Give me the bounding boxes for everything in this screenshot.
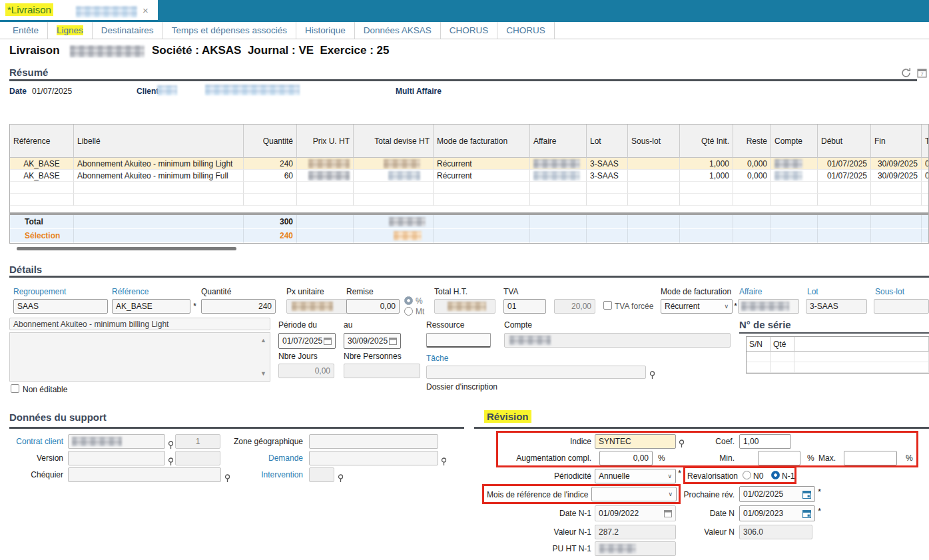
calendar-icon[interactable]	[389, 337, 397, 345]
col-header-reference[interactable]: Référence	[10, 125, 74, 158]
tab-historique[interactable]: Historique	[296, 22, 355, 39]
tab-temps-depenses[interactable]: Temps et dépenses associés	[163, 22, 296, 39]
col-header-mode-facturation[interactable]: Mode de facturation	[434, 125, 530, 158]
cell-fin[interactable]: 30/09/2025	[871, 170, 922, 182]
date-n1-field[interactable]: 01/09/2022	[595, 505, 676, 521]
cell-total-devise[interactable]	[354, 170, 434, 182]
demande-label[interactable]: Demande	[223, 453, 303, 463]
revalorisation-n0-radio[interactable]	[743, 470, 751, 482]
cell-debut[interactable]: 01/07/2025	[818, 158, 871, 170]
designation-field[interactable]: Abonnement Akuiteo - minimum billing Lig…	[9, 318, 270, 330]
col-header-sous-lot[interactable]: Sous-lot	[628, 125, 680, 158]
close-icon[interactable]: ×	[143, 5, 149, 16]
cell-lot[interactable]: 3-SAAS	[587, 170, 628, 182]
demande-field[interactable]	[309, 451, 438, 465]
date-n-field[interactable]: 01/09/2023	[739, 505, 815, 521]
tva-code-field[interactable]: 01	[503, 299, 546, 314]
col-header-total-devise-ht[interactable]: Total devise HT	[354, 125, 434, 158]
cell-mode[interactable]: Récurrent	[434, 158, 530, 170]
calendar-7-icon[interactable]: 7	[917, 68, 927, 81]
col-header-reste[interactable]: Reste	[733, 125, 771, 158]
revalorisation-n1-radio[interactable]	[771, 470, 780, 482]
cell-fin[interactable]: 30/09/2025	[871, 158, 922, 170]
indice-field[interactable]: SYNTEC	[595, 434, 676, 449]
cell-affaire[interactable]	[530, 170, 587, 182]
table-row[interactable]: AK_BASE Abonnement Akuiteo - minimum bil…	[10, 158, 928, 170]
scroll-up-icon[interactable]: ▲	[260, 337, 266, 344]
tab-entete[interactable]: Entête	[4, 22, 48, 39]
remise-mt-radio[interactable]	[404, 306, 413, 318]
col-header-fin[interactable]: Fin	[871, 125, 922, 158]
cell-affaire[interactable]	[530, 158, 587, 170]
col-header-libelle[interactable]: Libellé	[74, 125, 244, 158]
reference-field[interactable]: AK_BASE	[112, 299, 190, 314]
col-header-compte[interactable]: Compte	[771, 125, 818, 158]
zone-geo-field[interactable]	[309, 434, 438, 449]
lookup-magnifier-icon[interactable]	[441, 457, 447, 466]
cell-qte-init[interactable]: 1,000	[680, 158, 733, 170]
tva-forcee-checkbox[interactable]	[603, 301, 612, 310]
tache-label[interactable]: Tâche	[426, 354, 448, 363]
cell-sous-lot[interactable]	[628, 170, 680, 182]
max-field[interactable]	[844, 451, 897, 465]
tab-destinataires[interactable]: Destinataires	[93, 22, 163, 39]
intervention-label[interactable]: Intervention	[223, 470, 303, 479]
mode-facturation-select[interactable]: Récurrent∨	[661, 299, 733, 314]
cell-clipped[interactable]: 0	[922, 170, 929, 182]
calendar-icon[interactable]	[802, 509, 811, 518]
numero-serie-empty-row[interactable]	[747, 352, 929, 362]
cell-debut[interactable]: 01/07/2025	[818, 170, 871, 182]
cell-mode[interactable]: Récurrent	[434, 170, 530, 182]
cell-libelle[interactable]: Abonnement Akuiteo - minimum billing Ful…	[74, 170, 244, 182]
cell-compte[interactable]	[771, 158, 818, 170]
col-header-qte[interactable]: Qté	[771, 337, 794, 352]
contrat-client-label[interactable]: Contrat client	[13, 437, 63, 446]
cell-total-devise[interactable]	[354, 158, 434, 170]
cell-lot[interactable]: 3-SAAS	[587, 158, 628, 170]
lot-field[interactable]: 3-SAAS	[806, 299, 867, 314]
col-header-qte-init[interactable]: Qté Init.	[680, 125, 733, 158]
remise-field[interactable]: 0,00	[346, 299, 400, 314]
cell-prix[interactable]	[297, 158, 354, 170]
col-header-prix-u-ht[interactable]: Prix U. HT	[297, 125, 354, 158]
periode-au-field[interactable]: 30/09/2025	[344, 333, 401, 349]
col-header-sn[interactable]: S/N	[747, 337, 771, 352]
calendar-icon[interactable]	[324, 337, 332, 345]
augmentation-field[interactable]: 0,00	[599, 451, 653, 465]
cell-reference[interactable]: AK_BASE	[10, 170, 74, 182]
col-header-affaire[interactable]: Affaire	[530, 125, 587, 158]
cell-prix[interactable]	[297, 170, 354, 182]
description-textarea[interactable]: ▲ ▼	[9, 332, 270, 382]
calendar-icon[interactable]	[802, 490, 811, 499]
tab-donnees-aksas[interactable]: Données AKSAS	[355, 22, 441, 39]
cell-sous-lot[interactable]	[628, 158, 680, 170]
regroupement-field[interactable]: SAAS	[13, 299, 108, 314]
lookup-magnifier-icon[interactable]	[168, 441, 174, 449]
col-header-quantite[interactable]: Quantité	[244, 125, 297, 158]
non-editable-checkbox[interactable]	[11, 384, 19, 393]
col-header-debut[interactable]: Début	[818, 125, 871, 158]
sous-lot-field[interactable]	[874, 299, 929, 314]
tab-chorus-1[interactable]: CHORUS	[441, 22, 498, 39]
coef-field[interactable]: 1,00	[739, 434, 791, 449]
cell-reste[interactable]: 0,000	[733, 158, 771, 170]
periodicite-select[interactable]: Annuelle∨	[595, 469, 676, 483]
tache-field[interactable]	[426, 366, 646, 379]
cell-clipped[interactable]: 0	[922, 158, 929, 170]
cell-qte-init[interactable]: 1,000	[680, 170, 733, 182]
cell-compte[interactable]	[771, 170, 818, 182]
affaire-label[interactable]: Affaire	[739, 287, 762, 296]
table-row[interactable]: AK_BASE Abonnement Akuiteo - minimum bil…	[10, 170, 928, 182]
cell-quantite[interactable]: 240	[244, 158, 297, 170]
col-header-clipped[interactable]: T	[922, 125, 929, 158]
lookup-magnifier-icon[interactable]	[168, 457, 174, 466]
window-tab-title[interactable]: *Livraison	[5, 3, 53, 16]
lookup-magnifier-icon[interactable]	[649, 371, 655, 380]
cell-quantite[interactable]: 60	[244, 170, 297, 182]
regroupement-label[interactable]: Regroupement	[13, 287, 66, 296]
tab-chorus-2[interactable]: CHORUS	[497, 22, 555, 39]
ressource-field[interactable]	[426, 333, 491, 348]
reference-label[interactable]: Référence	[112, 287, 149, 296]
lookup-magnifier-icon[interactable]	[679, 439, 685, 448]
cell-reste[interactable]: 0,000	[733, 170, 771, 182]
